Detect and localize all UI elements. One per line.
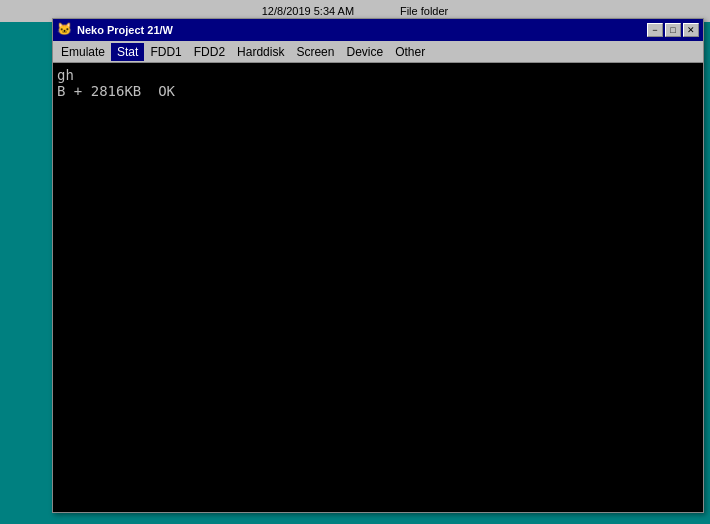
content-line2: B + 2816KB OK: [57, 83, 699, 99]
menu-harddisk[interactable]: Harddisk: [231, 43, 290, 61]
content-area: gh B + 2816KB OK: [53, 63, 703, 512]
menu-fdd2[interactable]: FDD2: [188, 43, 231, 61]
title-bar: 🐱 Neko Project 21/W − □ ✕: [53, 19, 703, 41]
minimize-button[interactable]: −: [647, 23, 663, 37]
main-window: 🐱 Neko Project 21/W − □ ✕ Emulate Stat F…: [52, 18, 704, 513]
menu-stat[interactable]: Stat: [111, 43, 144, 61]
taskbar-datetime: 12/8/2019 5:34 AM: [262, 5, 354, 17]
menu-screen[interactable]: Screen: [290, 43, 340, 61]
title-bar-buttons: − □ ✕: [647, 23, 699, 37]
menu-emulate[interactable]: Emulate: [55, 43, 111, 61]
maximize-button[interactable]: □: [665, 23, 681, 37]
close-button[interactable]: ✕: [683, 23, 699, 37]
window-title: Neko Project 21/W: [77, 24, 647, 36]
window-icon: 🐱: [57, 22, 73, 38]
content-line1: gh: [57, 67, 699, 83]
menu-other[interactable]: Other: [389, 43, 431, 61]
menu-fdd1[interactable]: FDD1: [144, 43, 187, 61]
menu-bar: Emulate Stat FDD1 FDD2 Harddisk Screen D…: [53, 41, 703, 63]
menu-device[interactable]: Device: [340, 43, 389, 61]
taskbar-label: File folder: [400, 5, 448, 17]
